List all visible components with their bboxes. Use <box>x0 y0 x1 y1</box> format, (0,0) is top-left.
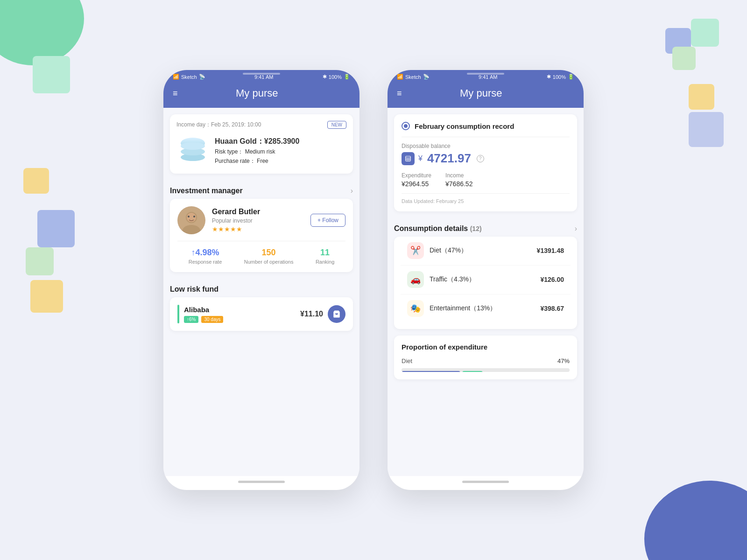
prop-diet-pct: 47% <box>557 357 570 364</box>
balance-currency: ¥ <box>418 154 423 163</box>
follow-button[interactable]: + Follow <box>310 214 345 227</box>
phone-2-content: February consumption record Disposable b… <box>388 108 584 476</box>
response-rate-label: Response rate <box>189 259 222 265</box>
fund-tag-green: ↑6% <box>184 316 198 323</box>
app-header-1: ≡ My purse <box>163 82 359 108</box>
proportion-card: Proportion of expenditure Diet 47% <box>394 336 577 379</box>
proportion-title: Proportion of expenditure <box>402 343 570 351</box>
manager-stats: ↑4.98% Response rate 150 Number of opera… <box>177 241 345 265</box>
detail-traffic: 🚗 Traffic（4.3%） ¥126.00 <box>401 265 571 294</box>
fund-tags: ↑6% 30 days <box>184 316 296 323</box>
notch-1 <box>243 73 280 75</box>
radio-dot <box>404 124 408 128</box>
income-block: Income ¥7686.52 <box>445 172 472 188</box>
response-rate-value: ↑4.98% <box>189 248 222 258</box>
traffic-name: Traffic（4.3%） <box>430 275 535 284</box>
home-indicator-2 <box>462 481 509 483</box>
investment-section-title: Investment manager <box>170 187 243 195</box>
signal-icon-1: 📶 <box>173 74 179 80</box>
menu-icon-2[interactable]: ≡ <box>397 89 402 98</box>
stat-response-rate: ↑4.98% Response rate <box>189 248 222 265</box>
notch-2 <box>467 73 504 75</box>
new-badge: NEW <box>327 121 346 129</box>
stat-operations: 150 Number of operations <box>244 248 294 265</box>
fund-section-title: Low risk fund <box>170 285 218 294</box>
details-chevron-icon[interactable]: › <box>575 224 577 233</box>
income-label: Income day：Feb 25, 2019: 10:00 <box>176 121 261 129</box>
diet-icon: ✂️ <box>407 242 424 259</box>
bluetooth-icon-1: ✱ <box>323 74 327 80</box>
time-1: 9:41 AM <box>254 74 273 80</box>
manager-name: Gerard Butler <box>212 208 304 216</box>
manager-top: Gerard Butler Popular investor ★★★★★ + F… <box>177 206 345 241</box>
exp-income-row: Expenditure ¥2964.55 Income ¥7686.52 <box>402 172 570 194</box>
product-name: Huaan Gold：¥285.3900 <box>215 137 346 147</box>
status-left-1: 📶 Sketch 📡 <box>173 74 205 80</box>
detail-diet: ✂️ Diet（47%） ¥1391.48 <box>401 237 571 265</box>
stat-ranking: 11 Ranking <box>316 248 334 265</box>
manager-card: Gerard Butler Popular investor ★★★★★ + F… <box>170 199 353 272</box>
operations-value: 150 <box>244 248 294 258</box>
fund-card: Alibaba ↑6% 30 days ¥11.10 <box>170 297 353 331</box>
expenditure-label: Expenditure <box>402 172 431 179</box>
time-2: 9:41 AM <box>479 74 497 80</box>
phone-1: 📶 Sketch 📡 9:41 AM ✱ 100% 🔋 ≡ My purse I… <box>163 70 359 490</box>
diet-amount: ¥1391.48 <box>537 247 564 254</box>
wifi-icon-1: 📡 <box>199 74 205 80</box>
entertainment-icon: 🎭 <box>407 300 424 317</box>
menu-icon-1[interactable]: ≡ <box>173 89 178 98</box>
data-updated: Data Updated: February 25 <box>402 198 570 204</box>
balance-label: Disposable balance <box>402 143 570 149</box>
header-title-1: My purse <box>178 87 336 99</box>
balance-section: Disposable balance ¥ 472 <box>402 137 570 204</box>
fund-tag-orange: 30 days <box>201 316 223 323</box>
fund-bar-indicator <box>177 305 179 323</box>
investment-section-header: Investment manager › <box>163 180 359 199</box>
ranking-label: Ranking <box>316 259 334 265</box>
manager-info: Gerard Butler Popular investor ★★★★★ <box>212 208 304 233</box>
details-title: Consumption details (12) <box>394 224 482 233</box>
status-left-2: 📶 Sketch 📡 <box>397 74 430 80</box>
header-title-2: My purse <box>402 87 560 99</box>
battery-icon-2: 🔋 <box>568 74 574 80</box>
detail-entertainment: 🎭 Entertainment（13%） ¥398.67 <box>401 294 571 322</box>
coins-icon <box>178 136 208 166</box>
svg-rect-6 <box>406 156 411 161</box>
radio-icon <box>402 122 410 130</box>
income-label: Income <box>445 172 472 179</box>
traffic-amount: ¥126.00 <box>540 276 564 283</box>
operations-label: Number of operations <box>244 259 294 265</box>
consumption-title: February consumption record <box>415 122 514 130</box>
calculator-icon <box>402 152 415 165</box>
entertainment-name: Entertainment（13%） <box>430 304 535 313</box>
status-bar-1: 📶 Sketch 📡 9:41 AM ✱ 100% 🔋 <box>163 70 359 82</box>
avatar <box>177 206 205 234</box>
investment-chevron-icon[interactable]: › <box>351 187 353 195</box>
product-info: Huaan Gold：¥285.3900 Risk type： Medium r… <box>215 137 346 165</box>
help-icon[interactable]: ? <box>477 155 484 162</box>
carrier-2: Sketch <box>405 74 421 80</box>
fund-price: ¥11.10 <box>300 310 323 318</box>
fund-row: Alibaba ↑6% 30 days ¥11.10 <box>177 305 345 323</box>
battery-pct-2: 100% <box>553 74 566 80</box>
prop-bar-track <box>402 368 570 372</box>
app-header-2: ≡ My purse <box>388 82 584 108</box>
calc-svg <box>405 155 411 162</box>
phone-1-content: Income day：Feb 25, 2019: 10:00 NEW Huaan <box>163 108 359 476</box>
product-icon <box>176 134 209 167</box>
prop-diet-label: Diet <box>402 357 412 364</box>
cart-button[interactable] <box>328 305 345 323</box>
details-header: Consumption details (12) › <box>388 218 584 237</box>
diet-name: Diet（47%） <box>430 246 531 255</box>
svg-point-5 <box>193 216 195 217</box>
battery-pct-1: 100% <box>329 74 342 80</box>
income-header: Income day：Feb 25, 2019: 10:00 NEW <box>176 121 346 129</box>
carrier-1: Sketch <box>181 74 197 80</box>
status-right-1: ✱ 100% 🔋 <box>323 74 350 80</box>
entertainment-amount: ¥398.67 <box>540 305 564 312</box>
avatar-svg <box>177 206 205 234</box>
prop-row: Diet 47% <box>402 357 570 364</box>
consumption-card: February consumption record Disposable b… <box>394 114 577 211</box>
home-indicator-1 <box>238 481 285 483</box>
status-bar-2: 📶 Sketch 📡 9:41 AM ✱ 100% 🔋 <box>388 70 584 82</box>
